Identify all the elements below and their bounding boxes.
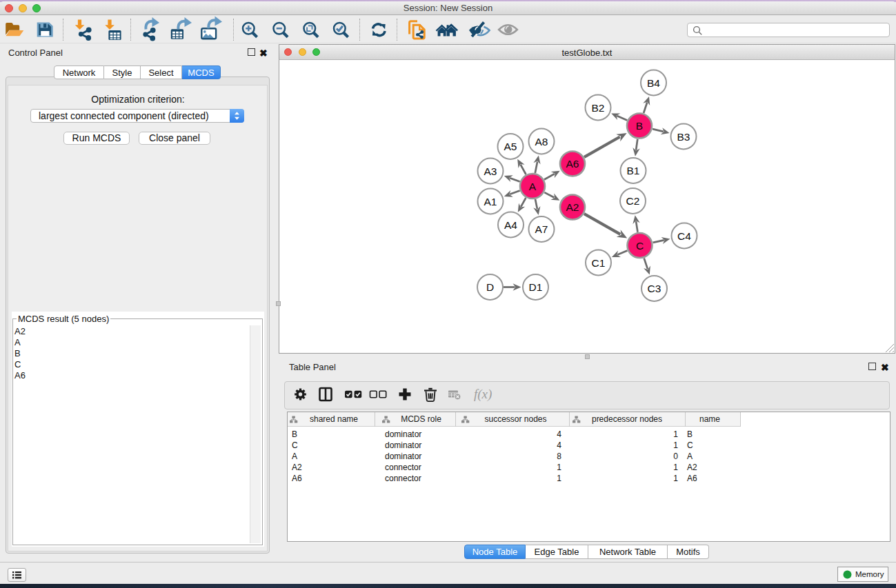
svg-text:A5: A5 (504, 141, 517, 152)
svg-text:A8: A8 (535, 136, 548, 148)
svg-text:B: B (636, 120, 643, 132)
svg-text:A1: A1 (484, 196, 497, 207)
svg-text:C1: C1 (592, 257, 606, 269)
svg-text:B1: B1 (627, 165, 640, 176)
svg-text:C: C (636, 240, 644, 252)
svg-text:D1: D1 (529, 281, 543, 293)
svg-text:D: D (486, 281, 494, 293)
svg-text:A3: A3 (484, 165, 497, 177)
svg-text:A2: A2 (566, 201, 579, 213)
svg-text:B2: B2 (592, 102, 605, 114)
svg-text:A7: A7 (535, 223, 548, 235)
svg-text:B4: B4 (647, 77, 660, 89)
svg-text:A6: A6 (566, 158, 579, 170)
svg-text:C4: C4 (677, 230, 691, 242)
svg-text:B3: B3 (677, 131, 690, 143)
svg-text:C2: C2 (626, 195, 640, 207)
svg-text:C3: C3 (648, 283, 661, 294)
svg-text:f(x): f(x) (474, 387, 492, 402)
svg-text:A: A (529, 181, 537, 192)
svg-text:A4: A4 (504, 219, 517, 231)
